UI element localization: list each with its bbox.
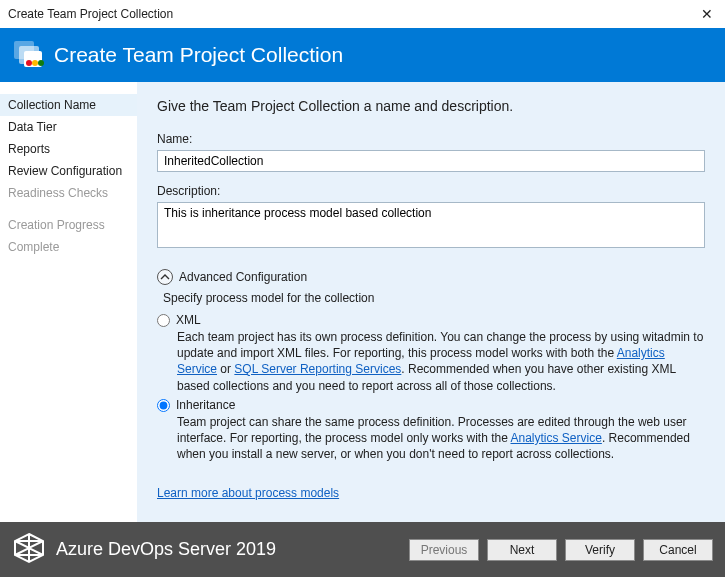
name-label: Name: [157,132,705,146]
sidebar-item-review-configuration[interactable]: Review Configuration [0,160,137,182]
svg-point-4 [32,60,38,66]
sidebar-item-collection-name[interactable]: Collection Name [0,94,137,116]
chevron-up-icon[interactable] [157,269,173,285]
radio-xml-label: XML [176,313,201,327]
wizard-sidebar: Collection Name Data Tier Reports Review… [0,82,137,522]
close-icon[interactable]: ✕ [695,4,719,24]
process-model-label: Specify process model for the collection [163,291,705,305]
option-inheritance: Inheritance Team project can share the s… [157,398,705,463]
link-sql-reporting[interactable]: SQL Server Reporting Services [234,362,401,376]
sidebar-item-readiness-checks: Readiness Checks [0,182,137,204]
xml-description: Each team project has its own process de… [177,329,705,394]
banner-title: Create Team Project Collection [54,43,343,67]
svg-point-3 [26,60,32,66]
sidebar-item-creation-progress: Creation Progress [0,214,137,236]
radio-inheritance-label: Inheritance [176,398,235,412]
learn-more-row: Learn more about process models [157,486,705,500]
wizard-body: Collection Name Data Tier Reports Review… [0,82,725,522]
radio-xml[interactable] [157,314,170,327]
wizard-main: Give the Team Project Collection a name … [137,82,725,522]
page-heading: Give the Team Project Collection a name … [157,98,705,114]
radio-inheritance[interactable] [157,399,170,412]
brand: Azure DevOps Server 2019 [12,531,276,569]
sidebar-item-complete: Complete [0,236,137,258]
description-label: Description: [157,184,705,198]
window-titlebar: Create Team Project Collection ✕ [0,0,725,28]
svg-point-5 [38,60,44,66]
sidebar-item-data-tier[interactable]: Data Tier [0,116,137,138]
link-analytics-service-inh[interactable]: Analytics Service [511,431,602,445]
sidebar-item-reports[interactable]: Reports [0,138,137,160]
footer-buttons: Previous Next Verify Cancel [409,539,713,561]
link-learn-more[interactable]: Learn more about process models [157,486,339,500]
verify-button[interactable]: Verify [565,539,635,561]
wizard-banner: Create Team Project Collection [0,28,725,82]
cancel-button[interactable]: Cancel [643,539,713,561]
option-xml: XML Each team project has its own proces… [157,313,705,394]
collection-icon [14,41,44,69]
name-input[interactable] [157,150,705,172]
previous-button[interactable]: Previous [409,539,479,561]
description-input[interactable] [157,202,705,248]
wizard-footer: Azure DevOps Server 2019 Previous Next V… [0,522,725,577]
next-button[interactable]: Next [487,539,557,561]
brand-title: Azure DevOps Server 2019 [56,539,276,560]
window-title: Create Team Project Collection [8,7,173,21]
inheritance-description: Team project can share the same process … [177,414,705,463]
azure-devops-icon [12,531,46,569]
advanced-config-label: Advanced Configuration [179,270,307,284]
